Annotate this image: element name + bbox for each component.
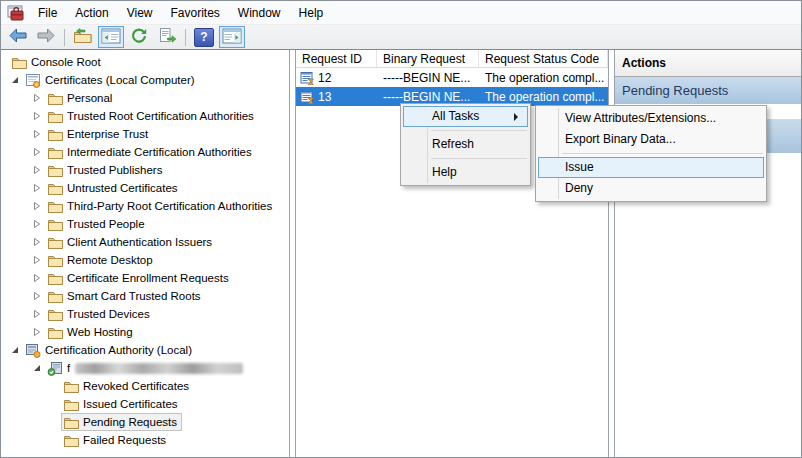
- tree-item-enterprise-trust[interactable]: Enterprise Trust: [45, 125, 153, 143]
- tree-item-f[interactable]: f: [45, 359, 248, 377]
- tree-item-label: Trusted People: [67, 218, 145, 230]
- binary-request-cell: -----BEGIN NE...: [377, 71, 479, 85]
- tree-item-label: Certificates (Local Computer): [45, 74, 195, 86]
- menu-item-view-attributes-extensions[interactable]: View Attributes/Extensions...: [538, 108, 764, 129]
- tree-item-label: Certificate Enrollment Requests: [67, 272, 229, 284]
- tree-row: Pending Requests: [1, 413, 289, 431]
- tree-item-label: Intermediate Certification Authorities: [67, 146, 252, 158]
- tree-item-failed-requests[interactable]: Failed Requests: [61, 431, 171, 449]
- menu-window[interactable]: Window: [229, 3, 290, 23]
- forward-button[interactable]: [33, 26, 59, 48]
- tree-item-label: Enterprise Trust: [67, 128, 148, 140]
- tree-item-certificate-enrollment-requests[interactable]: Certificate Enrollment Requests: [45, 269, 234, 287]
- tree-item-label: Failed Requests: [83, 434, 166, 446]
- certificates-icon: [25, 73, 41, 88]
- refresh-button[interactable]: [126, 26, 152, 48]
- tree-item-certification-authority-local[interactable]: Certification Authority (Local): [23, 341, 197, 359]
- tree-item-smart-card-trusted-roots[interactable]: Smart Card Trusted Roots: [45, 287, 206, 305]
- tree-item-issued-certificates[interactable]: Issued Certificates: [61, 395, 183, 413]
- tree-item-certificates-local-computer[interactable]: Certificates (Local Computer): [23, 71, 200, 89]
- tree-item-label: f: [67, 362, 70, 374]
- list-body: 12-----BEGIN NE...The operation compl...…: [296, 68, 608, 106]
- menu-item-help[interactable]: Help: [403, 162, 528, 183]
- tree-row: Untrusted Certificates: [1, 179, 289, 197]
- request-row[interactable]: 12-----BEGIN NE...The operation compl...: [296, 68, 608, 87]
- tree-item-untrusted-certificates[interactable]: Untrusted Certificates: [45, 179, 183, 197]
- tree-row: Trusted Root Certification Authorities: [1, 107, 289, 125]
- mmc-window: FileActionViewFavoritesWindowHelp ? Cons…: [0, 0, 802, 458]
- expander-collapsed-icon[interactable]: [29, 111, 45, 121]
- tree-item-trusted-root-certification-authorities[interactable]: Trusted Root Certification Authorities: [45, 107, 259, 125]
- tree-row: Trusted Devices: [1, 305, 289, 323]
- expander-collapsed-icon[interactable]: [29, 327, 45, 337]
- menu-action[interactable]: Action: [66, 3, 117, 23]
- menu-item-all-tasks[interactable]: All Tasks: [403, 106, 528, 127]
- expander-collapsed-icon[interactable]: [29, 201, 45, 211]
- column-header-request-id[interactable]: Request ID: [296, 50, 377, 67]
- splitter-left[interactable]: [289, 50, 296, 457]
- back-icon: [8, 27, 28, 47]
- tree-row: Console Root: [1, 53, 289, 71]
- tree-row: f: [1, 359, 289, 377]
- menu-item-issue[interactable]: Issue: [538, 157, 764, 178]
- tree-item-trusted-devices[interactable]: Trusted Devices: [45, 305, 155, 323]
- menu-help[interactable]: Help: [290, 3, 333, 23]
- menu-view[interactable]: View: [118, 3, 162, 23]
- tree-item-third-party-root-certification-authorities[interactable]: Third-Party Root Certification Authoriti…: [45, 197, 277, 215]
- expander-expanded-icon[interactable]: [7, 345, 23, 355]
- tree-item-pending-requests[interactable]: Pending Requests: [61, 413, 182, 431]
- column-header-binary-request[interactable]: Binary Request: [377, 50, 479, 67]
- show-console-tree-button[interactable]: [98, 26, 124, 48]
- expander-collapsed-icon[interactable]: [29, 147, 45, 157]
- folder-icon: [47, 164, 63, 177]
- help-button[interactable]: ?: [191, 26, 217, 48]
- up-one-level-button[interactable]: [70, 26, 96, 48]
- menu-item-refresh[interactable]: Refresh: [403, 134, 528, 155]
- tree-item-web-hosting[interactable]: Web Hosting: [45, 323, 138, 341]
- show-action-pane-button[interactable]: [219, 26, 245, 48]
- expander-expanded-icon[interactable]: [29, 363, 45, 373]
- tree-item-revoked-certificates[interactable]: Revoked Certificates: [61, 377, 194, 395]
- tree-row: Personal: [1, 89, 289, 107]
- show-action-pane-icon: [222, 28, 242, 47]
- expander-collapsed-icon[interactable]: [29, 255, 45, 265]
- folder-icon: [11, 56, 27, 69]
- tree-item-trusted-people[interactable]: Trusted People: [45, 215, 150, 233]
- menu-separator: [431, 158, 527, 159]
- expander-expanded-icon[interactable]: [7, 75, 23, 85]
- tree-item-label: Trusted Publishers: [67, 164, 162, 176]
- toolbar: ?: [1, 25, 801, 50]
- menu-item-label: Refresh: [432, 137, 474, 151]
- tree-item-console-root[interactable]: Console Root: [9, 53, 106, 71]
- folder-icon: [47, 272, 63, 285]
- expander-collapsed-icon[interactable]: [29, 183, 45, 193]
- tree-item-label: Trusted Root Certification Authorities: [67, 110, 254, 122]
- menu-favorites[interactable]: Favorites: [162, 3, 229, 23]
- back-button[interactable]: [5, 26, 31, 48]
- expander-collapsed-icon[interactable]: [29, 219, 45, 229]
- console-window-icon[interactable]: [5, 4, 25, 21]
- list-header: Request IDBinary RequestRequest Status C…: [296, 50, 608, 68]
- tree-item-trusted-publishers[interactable]: Trusted Publishers: [45, 161, 167, 179]
- tree-item-intermediate-certification-authorities[interactable]: Intermediate Certification Authorities: [45, 143, 257, 161]
- expander-collapsed-icon[interactable]: [29, 129, 45, 139]
- expander-collapsed-icon[interactable]: [29, 165, 45, 175]
- expander-collapsed-icon[interactable]: [29, 93, 45, 103]
- actions-section-header[interactable]: Pending Requests: [615, 77, 801, 104]
- tree-row: Remote Desktop: [1, 251, 289, 269]
- tree-row: Issued Certificates: [1, 395, 289, 413]
- expander-collapsed-icon[interactable]: [29, 309, 45, 319]
- tree-item-remote-desktop[interactable]: Remote Desktop: [45, 251, 158, 269]
- export-list-button[interactable]: [154, 26, 180, 48]
- tree-item-personal[interactable]: Personal: [45, 89, 117, 107]
- tree-item-client-authentication-issuers[interactable]: Client Authentication Issuers: [45, 233, 217, 251]
- column-header-request-status-code[interactable]: Request Status Code: [479, 50, 608, 67]
- expander-collapsed-icon[interactable]: [29, 291, 45, 301]
- menu-item-deny[interactable]: Deny: [538, 178, 764, 199]
- show-console-tree-icon: [101, 28, 121, 47]
- menu-item-export-binary-data[interactable]: Export Binary Data...: [538, 129, 764, 150]
- menu-file[interactable]: File: [29, 3, 66, 23]
- folder-icon: [47, 326, 63, 339]
- expander-collapsed-icon[interactable]: [29, 237, 45, 247]
- expander-collapsed-icon[interactable]: [29, 273, 45, 283]
